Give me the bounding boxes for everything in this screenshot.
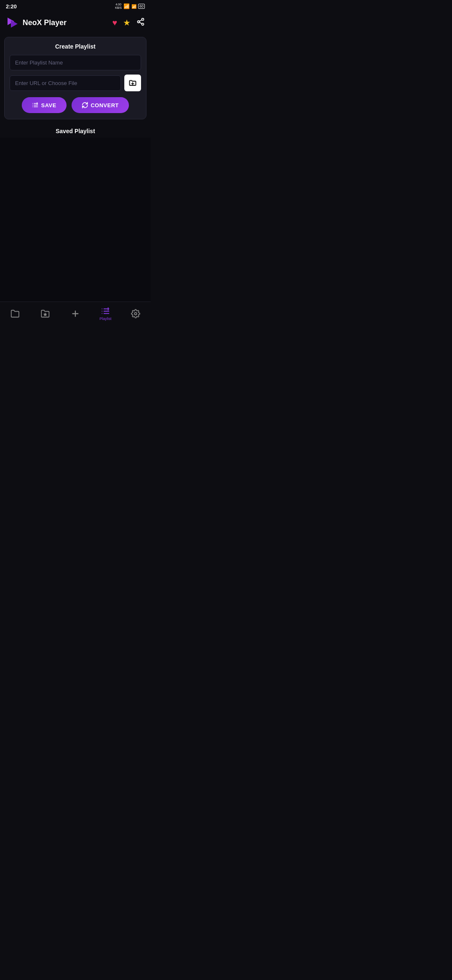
nav-item-favorites[interactable] <box>30 309 60 318</box>
svg-point-26 <box>134 312 137 315</box>
saved-playlist-title: Saved Playlist <box>6 128 145 134</box>
share-icon[interactable] <box>136 18 145 28</box>
playlist-nav-label: Playlist <box>100 317 112 321</box>
star-folder-icon <box>41 309 50 318</box>
app-logo <box>6 16 19 29</box>
bottom-nav: Playlist <box>0 302 151 327</box>
app-title: NeoX Player <box>23 18 112 27</box>
battery-icon: 60 <box>138 4 145 9</box>
card-title: Create Playlist <box>10 43 141 50</box>
convert-button[interactable]: CONVERT <box>72 97 129 113</box>
nav-item-add[interactable] <box>60 309 90 318</box>
svg-marker-16 <box>43 312 47 316</box>
status-icons: 4.00KB/S 📶 📶 60 <box>115 3 145 10</box>
svg-marker-1 <box>11 20 18 28</box>
url-input[interactable] <box>10 75 121 91</box>
network-speed: 4.00KB/S <box>115 3 122 10</box>
content-area <box>0 138 151 327</box>
settings-icon <box>131 309 140 318</box>
signal-icon: 📶 <box>131 4 136 9</box>
svg-line-5 <box>139 22 142 23</box>
status-time: 2:20 <box>6 3 17 10</box>
svg-line-6 <box>139 20 142 21</box>
playlist-name-input[interactable] <box>10 55 141 70</box>
folder-icon <box>10 309 20 318</box>
nav-item-settings[interactable] <box>121 309 151 318</box>
nav-item-playlist[interactable]: Playlist <box>90 307 121 321</box>
playlist-icon <box>101 307 110 316</box>
app-bar-actions: ♥ ★ <box>112 18 145 28</box>
saved-playlist-section: Saved Playlist <box>0 123 151 138</box>
save-button[interactable]: SAVE <box>22 97 66 113</box>
favorite-icon[interactable]: ♥ <box>112 18 117 28</box>
add-icon <box>71 309 80 318</box>
convert-label: CONVERT <box>91 102 119 108</box>
wifi-icon: 📶 <box>123 3 130 9</box>
app-bar: NeoX Player ♥ ★ <box>0 12 151 34</box>
create-playlist-card: Create Playlist SAVE <box>4 37 146 119</box>
nav-item-folder[interactable] <box>0 309 30 318</box>
save-label: SAVE <box>41 102 56 108</box>
choose-file-button[interactable] <box>124 75 141 91</box>
star-icon[interactable]: ★ <box>123 18 131 28</box>
status-bar: 2:20 4.00KB/S 📶 📶 60 <box>0 0 151 12</box>
url-row <box>10 75 141 91</box>
buttons-row: SAVE CONVERT <box>10 97 141 113</box>
